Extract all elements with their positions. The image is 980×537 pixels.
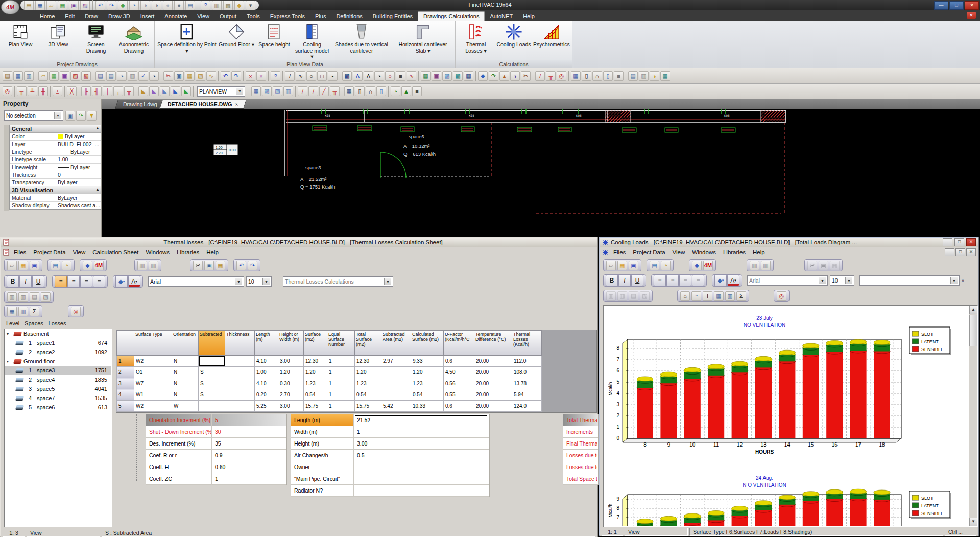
table-cell[interactable]: 0.54 [355, 389, 381, 401]
paste-icon[interactable]: ▦ [216, 261, 225, 270]
increment-row[interactable]: Shut - Down Increment (%)30 [146, 426, 286, 438]
ribbon-tab-plus[interactable]: Plus [310, 12, 331, 21]
col-header-u-factor-kcal-m-h-c[interactable]: U-Factor (Kcal/m²h°C [444, 331, 474, 356]
table-cell[interactable]: O1 [134, 367, 172, 378]
table-cell[interactable] [381, 367, 411, 378]
table-cell[interactable]: 12.30 [355, 356, 381, 367]
table-cell[interactable]: 10.33 [411, 401, 444, 412]
font-family-combo[interactable]: Arial▼ [747, 275, 828, 286]
row-handle[interactable]: 2 [117, 367, 134, 378]
table-cell[interactable]: 0.55 [444, 389, 474, 401]
cooling-titlebar[interactable]: Cooling Loads - [C:\FINE19_HVAC\CALC\DET… [600, 238, 978, 247]
paste-special-icon[interactable]: ▧ [196, 71, 205, 81]
move-icon[interactable]: ◆ [478, 71, 488, 81]
bld-props-icon[interactable]: ▥ [24, 71, 34, 81]
table-cell[interactable]: 0.20 [255, 389, 278, 401]
table-cell[interactable]: 5.25 [255, 401, 278, 412]
table-cell[interactable]: S [199, 378, 225, 389]
table-cell[interactable]: 0.54 [304, 389, 327, 401]
scroll-down-icon[interactable]: ▼ [969, 518, 978, 526]
wall-tool-icon[interactable]: ▦ [571, 71, 581, 81]
increment-row[interactable]: Coeff. ZC1 [146, 473, 286, 485]
property-row-material[interactable]: MaterialByLayer [10, 194, 101, 202]
space-prop-row[interactable]: Air Changes/h0.5 [291, 450, 489, 461]
locate-icon[interactable]: ◎ [71, 307, 81, 316]
table-cell[interactable] [381, 389, 411, 401]
table-cell[interactable]: S [199, 367, 225, 378]
copy-icon[interactable]: ▣ [174, 71, 184, 81]
font-family-combo[interactable]: Arial▼ [148, 276, 244, 287]
thermal-titlebar[interactable]: Thermal losses - [C:\FINE19_HVAC\CALC\DE… [1, 238, 597, 247]
cooling-close-button[interactable]: ✕ [966, 238, 976, 246]
col-header-temperature-difference-c[interactable]: Temperature Difference (°C) [474, 331, 512, 356]
total-row[interactable]: Total Space L [563, 473, 598, 485]
locate-icon[interactable]: ◎ [777, 291, 786, 301]
chart-scrollbar[interactable]: ▲ ▼ [969, 306, 977, 526]
grid-drag-handle[interactable] [136, 414, 138, 481]
table-cell[interactable]: 2.70 [278, 389, 304, 401]
redo-icon[interactable]: ↷ [231, 71, 241, 81]
col-header-length-m[interactable]: Length (m) [255, 331, 278, 356]
import-grid-icon[interactable]: ▥ [18, 292, 28, 302]
mtext-icon[interactable]: A [364, 71, 373, 81]
bold-button[interactable]: B [7, 276, 19, 287]
col-header-surface-m2[interactable]: Surface (m2) [304, 331, 327, 356]
layout-icon[interactable]: ▥ [212, 1, 222, 10]
minimize-button[interactable]: — [934, 1, 948, 10]
ribbon-tab-definitions[interactable]: Definitions [331, 12, 367, 21]
print-icon[interactable]: ▤ [650, 261, 659, 270]
tree-item-space3[interactable]: 1space31751 [5, 366, 111, 375]
doc-tab-drawing1-dwg[interactable]: Drawing1.dwg [115, 100, 165, 109]
preview-icon[interactable]: ◔ [62, 261, 71, 270]
table-cell[interactable]: N [172, 367, 199, 378]
find-icon[interactable]: ◔ [149, 71, 159, 81]
menu-libraries[interactable]: Libraries [173, 248, 203, 256]
font-size-combo[interactable]: 10▼ [830, 275, 854, 286]
table-cell[interactable]: 4.50 [444, 367, 474, 378]
selection-combo[interactable]: No selection▼ [4, 110, 63, 121]
menu-project-data[interactable]: Project Data [629, 248, 668, 256]
ribbon-tab-edit[interactable]: Edit [60, 12, 80, 21]
scroll-thumb[interactable] [969, 315, 978, 346]
dim-strike-icon[interactable]: ╳ [67, 86, 77, 96]
table-cell[interactable]: W [172, 401, 199, 412]
open-icon[interactable]: ▦ [617, 261, 627, 270]
table-cell[interactable] [199, 356, 225, 367]
table-cell[interactable]: 3.00 [278, 401, 304, 412]
scroll-up-icon[interactable]: ▲ [969, 306, 978, 314]
edit-poly-icon[interactable]: ◣ [160, 86, 170, 96]
planview-combo[interactable]: PLANVIEW▼ [197, 86, 245, 97]
help-book-icon[interactable]: ◆ [692, 261, 702, 270]
table-cell[interactable]: 0.6 [444, 401, 474, 412]
import-acis-icon[interactable]: ▨ [70, 71, 80, 81]
leader-icon[interactable]: / [535, 71, 545, 81]
sum-icon[interactable]: Σ [736, 291, 746, 301]
table-cell[interactable]: S [199, 389, 225, 401]
tree-item-space7[interactable]: 4space71535 [5, 393, 111, 403]
print-grid-icon[interactable]: ▤ [30, 292, 39, 302]
underline-button[interactable]: U [631, 275, 643, 286]
spline-icon[interactable]: ∿ [296, 71, 305, 81]
col-header-surface-type[interactable]: Surface Type [134, 331, 172, 356]
table-cell[interactable]: 1.20 [411, 367, 444, 378]
layer-off-icon[interactable]: ▥ [639, 71, 649, 81]
doc-tab-detached-house-dwg[interactable]: DETACHED HOUSE.DWG× [159, 100, 246, 109]
sphere-dark-icon[interactable]: ● [174, 1, 184, 10]
bld-open-icon[interactable]: ▦ [35, 1, 45, 10]
shade-top-icon[interactable]: ◑ [140, 1, 150, 10]
paste-icon[interactable]: ▦ [830, 261, 840, 270]
zoom-icon[interactable]: ◔ [129, 1, 139, 10]
ribbon-tab-tools[interactable]: Tools [242, 12, 265, 21]
property-row-lineweight[interactable]: LineweightByLayer [10, 164, 101, 171]
sheet-next-icon[interactable]: ▥ [761, 261, 771, 270]
table-cell[interactable]: 4.10 [255, 356, 278, 367]
results-icon[interactable]: ▥ [18, 307, 28, 316]
cooling-surface-model-button[interactable]: Cooling surface model ▾ [294, 22, 330, 60]
chevron-down-icon[interactable]: ▼ [54, 112, 61, 119]
stair-icon[interactable]: ≡ [614, 71, 624, 81]
measure-icon[interactable]: ∿ [407, 71, 416, 81]
edit-attr-icon[interactable]: ◣ [138, 86, 148, 96]
menu-windows[interactable]: Windows [688, 248, 720, 256]
save-as-icon[interactable]: ▨ [80, 1, 90, 10]
open-drawing-icon[interactable]: ▦ [58, 1, 67, 10]
